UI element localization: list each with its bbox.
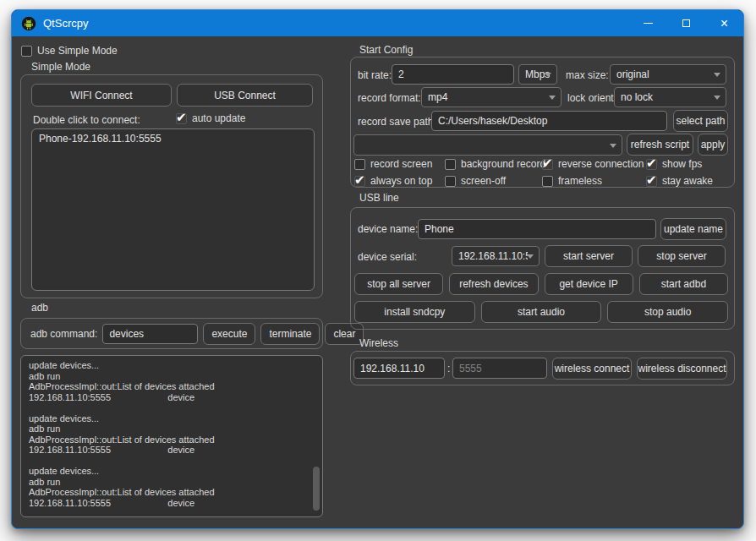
- use-simple-mode-label: Use Simple Mode: [37, 45, 118, 57]
- show-fps-checkbox[interactable]: show fps: [646, 158, 702, 170]
- start-config-group-label: Start Config: [359, 44, 413, 56]
- update-name-button[interactable]: update name: [660, 218, 726, 240]
- bit-rate-unit-combo[interactable]: Mbps: [518, 64, 557, 85]
- stay-awake-box[interactable]: [646, 176, 657, 187]
- wireless-connect-button[interactable]: wireless connect: [552, 358, 632, 380]
- refresh-script-button[interactable]: refresh script: [627, 134, 693, 156]
- stop-audio-button[interactable]: stop audio: [607, 301, 728, 323]
- install-sndcpy-button[interactable]: install sndcpy: [354, 301, 475, 323]
- log-scrollbar-thumb[interactable]: [313, 467, 320, 511]
- get-device-ip-button[interactable]: get device IP: [545, 273, 633, 295]
- record-save-path-label: record save path:: [358, 116, 436, 128]
- chevron-down-icon: [549, 96, 556, 100]
- wireless-ip-input[interactable]: [353, 358, 445, 379]
- record-screen-checkbox[interactable]: record screen: [354, 158, 432, 170]
- adb-command-group: adb command: execute terminate clear: [20, 318, 323, 349]
- max-size-combo[interactable]: original: [610, 64, 726, 85]
- start-server-button[interactable]: start server: [545, 245, 633, 267]
- log-line: adb run: [29, 424, 315, 434]
- log-line: update devices...: [29, 466, 315, 477]
- background-record-box[interactable]: [445, 159, 456, 170]
- adb-command-label: adb command:: [30, 328, 97, 340]
- bit-rate-input[interactable]: [392, 64, 514, 85]
- lock-orientation-value: no lock: [621, 91, 653, 103]
- stop-all-server-button[interactable]: stop all server: [354, 273, 443, 295]
- always-on-top-label: always on top: [370, 175, 432, 187]
- log-line: 192.168.11.10:5555 device: [29, 445, 315, 456]
- usb-line-group-label: USB line: [359, 192, 399, 204]
- apply-button[interactable]: apply: [698, 134, 728, 156]
- log-line: 192.168.11.10:5555 device: [29, 392, 315, 403]
- close-button[interactable]: ×: [705, 10, 743, 36]
- select-path-button[interactable]: select path: [673, 110, 728, 132]
- wireless-port-input[interactable]: [452, 358, 547, 379]
- wireless-disconnect-button[interactable]: wireless disconnect: [637, 358, 727, 380]
- record-format-combo[interactable]: mp4: [421, 87, 562, 107]
- stay-awake-checkbox[interactable]: stay awake: [646, 175, 713, 187]
- max-size-label: max size:: [566, 69, 609, 81]
- background-record-checkbox[interactable]: background record: [445, 158, 545, 170]
- frameless-checkbox[interactable]: frameless: [542, 175, 602, 187]
- usb-line-group: device name: update name device serial: …: [350, 207, 735, 330]
- refresh-devices-button[interactable]: refresh devices: [449, 273, 538, 295]
- device-serial-label: device serial:: [358, 251, 417, 263]
- auto-update-box[interactable]: [176, 113, 187, 124]
- wireless-group-label: Wireless: [359, 337, 398, 349]
- stay-awake-label: stay awake: [662, 175, 713, 187]
- device-list-item[interactable]: Phone-192.168.11.10:5555: [32, 129, 314, 148]
- log-line: update devices...: [29, 360, 315, 371]
- auto-update-checkbox[interactable]: auto update: [176, 112, 245, 124]
- double-click-label: Double click to connect:: [33, 114, 140, 126]
- script-combo[interactable]: [353, 134, 622, 156]
- window-content: Use Simple Mode Simple Mode WIFI Connect…: [12, 36, 743, 528]
- chevron-down-icon: [545, 73, 551, 77]
- usb-connect-button[interactable]: USB Connect: [177, 84, 313, 107]
- start-adbd-button[interactable]: start adbd: [639, 273, 728, 295]
- log-line: AdbProcessImpl::out:List of devices atta…: [29, 487, 315, 498]
- chevron-down-icon: [714, 73, 720, 77]
- show-fps-box[interactable]: [646, 159, 657, 170]
- stop-server-button[interactable]: stop server: [638, 245, 726, 267]
- adb-command-input[interactable]: [102, 324, 198, 344]
- minimize-button[interactable]: [629, 10, 667, 36]
- adb-log-output[interactable]: update devices...adb runAdbProcessImpl::…: [20, 355, 323, 517]
- device-name-input[interactable]: [418, 219, 656, 239]
- wireless-group: : wireless connect wireless disconnect: [350, 351, 735, 385]
- simple-mode-group-label: Simple Mode: [31, 61, 90, 73]
- window-title: QtScrcpy: [43, 17, 88, 30]
- wifi-connect-button[interactable]: WIFI Connect: [31, 84, 172, 107]
- execute-button[interactable]: execute: [203, 323, 255, 345]
- lock-orientation-combo[interactable]: no lock: [614, 87, 726, 107]
- adb-group-label: adb: [31, 302, 48, 314]
- ip-port-separator: :: [447, 363, 450, 374]
- simple-mode-group: WIFI Connect USB Connect Double click to…: [20, 74, 323, 298]
- device-list[interactable]: Phone-192.168.11.10:5555: [31, 128, 315, 291]
- device-serial-value: 192.168.11.10:5555: [458, 250, 528, 262]
- chevron-down-icon: [527, 254, 534, 259]
- start-audio-button[interactable]: start audio: [481, 301, 602, 323]
- reverse-connection-checkbox[interactable]: reverse connection: [542, 158, 644, 170]
- title-bar[interactable]: QtScrcpy ×: [12, 10, 743, 36]
- screen-off-checkbox[interactable]: screen-off: [445, 175, 506, 187]
- frameless-label: frameless: [558, 175, 602, 187]
- use-simple-mode-box[interactable]: [21, 46, 32, 57]
- record-screen-box[interactable]: [354, 159, 365, 170]
- always-on-top-checkbox[interactable]: always on top: [354, 175, 432, 187]
- device-serial-combo[interactable]: 192.168.11.10:5555: [452, 246, 540, 266]
- log-line: 192.168.11.10:5555 device: [29, 498, 315, 509]
- maximize-button[interactable]: [667, 10, 705, 36]
- reverse-connection-box[interactable]: [542, 159, 553, 170]
- screen-off-box[interactable]: [445, 176, 456, 187]
- terminate-button[interactable]: terminate: [260, 323, 320, 345]
- minimize-icon: [644, 23, 653, 24]
- chevron-down-icon: [610, 144, 616, 148]
- chevron-down-icon: [714, 96, 720, 100]
- use-simple-mode-checkbox[interactable]: Use Simple Mode: [21, 45, 118, 57]
- always-on-top-box[interactable]: [354, 176, 365, 187]
- log-line: [29, 456, 315, 467]
- background-record-label: background record: [461, 158, 545, 170]
- frameless-box[interactable]: [542, 176, 553, 187]
- record-save-path-input[interactable]: [431, 111, 667, 131]
- record-format-label: record format:: [358, 92, 421, 104]
- max-size-value: original: [616, 68, 649, 80]
